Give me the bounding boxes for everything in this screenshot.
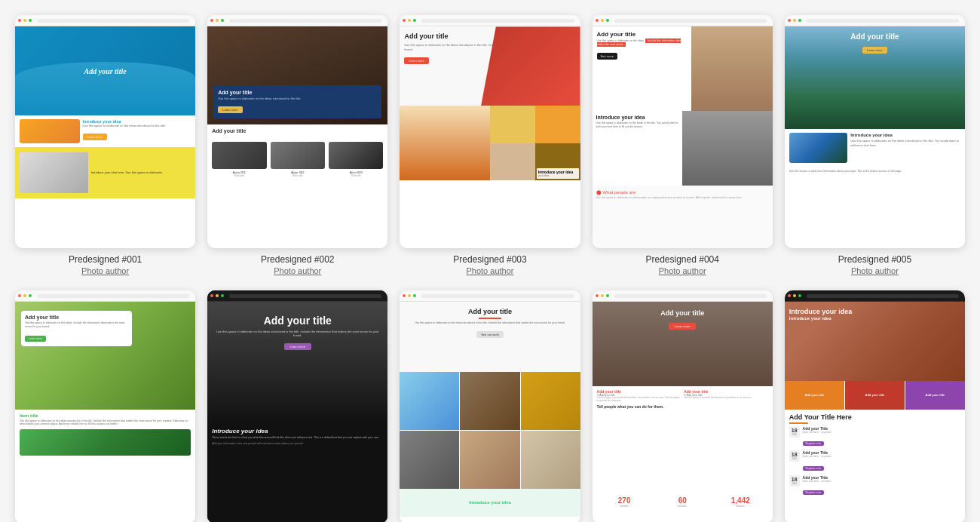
t9-hero-title: Add your title [593,309,773,317]
template-item-010[interactable]: Introduce your idea Introduce your idea … [785,290,965,522]
template-label-003: Predesigned #003 [453,254,526,265]
t8-gallery-5 [460,431,519,489]
preview-frame-005[interactable]: Add your title Learn more Introduce your… [785,15,965,248]
t3-gallery-2 [535,106,580,143]
t7-hero-title: Add your title [207,315,387,327]
t6-hero-title: Add your title [25,315,128,320]
preview-frame-007[interactable]: Add your title Use this space to elabora… [207,290,387,522]
t3-gallery-3 [490,143,535,180]
preview-frame-006[interactable]: Add your title Use this space to elabora… [15,290,195,522]
t2-person3-img [329,142,383,169]
t6-avocado-image [20,429,191,456]
t2-box-title: Add your title [218,90,377,95]
t2-person1-img [212,142,266,169]
t3-gallery-4: Introduce your idea your idea [535,143,580,180]
template-grid: Add your title Introduce your idea Use t… [15,15,965,522]
t4-hero-title: Add your title [597,31,688,38]
template-item-009[interactable]: Add your title Learn more Add your title… [593,290,773,522]
template-item-005[interactable]: Add your title Learn more Introduce your… [785,15,965,275]
template-item-007[interactable]: Add your title Use this space to elabora… [207,290,387,522]
template-item-001[interactable]: Add your title Introduce your idea Use t… [15,15,195,275]
template-label-001: Predesigned #001 [69,254,142,265]
t3-model-image [400,106,490,180]
template-item-002[interactable]: Add your title Use this space to elabora… [207,15,387,275]
preview-frame-002[interactable]: Add your title Use this space to elabora… [207,15,387,248]
preview-frame-009[interactable]: Add your title Learn more Add your title… [593,290,773,522]
t3-bottom [400,180,580,241]
t10-main-title: Add Your Title Here [789,413,960,421]
t4-intro-title: Introduce your idea [596,115,679,120]
template-item-003[interactable]: Add your title Use this space to elabora… [400,15,580,275]
t8-hero-title: Add your title [406,308,574,315]
t8-gallery-4 [400,431,459,489]
t8-gallery-1 [400,372,459,430]
t8-gallery-6 [521,431,580,489]
template-item-006[interactable]: Add your title Use this space to elabora… [15,290,195,522]
template-author-004[interactable]: Photo author [659,266,706,275]
preview-frame-008[interactable]: Add your title Use this space to elabora… [400,290,580,522]
template-label-004: Predesigned #004 [645,254,718,265]
t9-stat3: 1,442 [713,496,768,505]
t1-bottom-image [20,152,88,193]
template-author-001[interactable]: Photo author [81,266,129,275]
t7-intro-title: Introduce your idea [212,428,383,434]
t1-van-image [20,119,80,143]
t5-hero-title: Add your title [785,32,965,41]
template-item-008[interactable]: Add your title Use this space to elabora… [400,290,580,522]
t9-stat2: 60 [655,496,710,505]
t5-intro-title: Introduce your idea [850,133,960,137]
t8-intro-title: Introduce your idea [469,500,511,505]
template-item-004[interactable]: Add your title Use this space to elabora… [593,15,773,275]
t8-gallery-2 [460,372,519,430]
t3-gallery-1 [490,106,535,143]
template-author-003[interactable]: Photo author [466,266,513,275]
t5-lake-image [789,133,847,163]
preview-frame-004[interactable]: Add your title Use this space to elabora… [593,15,773,248]
t10-hero-title: Introduce your idea [789,308,960,315]
template-author-005[interactable]: Photo author [851,266,899,275]
template-label-002: Predesigned #002 [261,254,334,265]
t2-person2-img [271,142,325,169]
template-label-005: Predesigned #005 [838,254,911,265]
template-author-002[interactable]: Photo author [274,266,321,275]
t1-hero-title: Add your title [84,67,127,75]
preview-frame-003[interactable]: Add your title Use this space to elabora… [400,15,580,248]
preview-frame-010[interactable]: Introduce your idea Introduce your idea … [785,290,965,522]
preview-frame-001[interactable]: Add your title Introduce your idea Use t… [15,15,195,248]
t8-gallery-3 [521,372,580,430]
t9-stat1: 270 [597,496,652,505]
